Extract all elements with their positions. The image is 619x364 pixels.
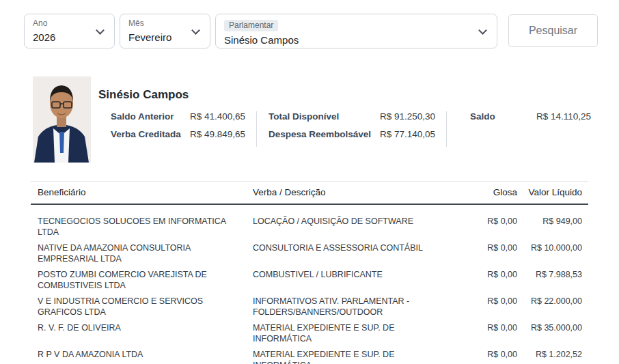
row-valor: R$ 1.202,52 xyxy=(517,350,588,364)
total-disponivel-value: R$ 91.250,30 xyxy=(378,111,435,122)
row-verba: COMBUSTIVEL / LUBRIFICANTE xyxy=(253,270,444,291)
saldo-label: Saldo xyxy=(470,111,499,122)
row-valor: R$ 7.988,53 xyxy=(517,270,588,291)
month-select[interactable]: Mês Fevereiro xyxy=(120,14,210,48)
parliamentarian-photo xyxy=(33,76,91,163)
chevron-down-icon xyxy=(96,26,105,35)
row-beneficiario: POSTO ZUMBI COMERCIO VAREJISTA DE COMBUS… xyxy=(31,270,253,291)
row-glosa: R$ 0,00 xyxy=(444,323,517,344)
despesa-reembolsavel-value: R$ 77.140,05 xyxy=(378,129,435,139)
table-header-row: Beneficiário Verba / Descrição Glosa Val… xyxy=(31,181,588,205)
row-glosa: R$ 0,00 xyxy=(444,350,517,364)
row-beneficiario: NATIVE DA AMAZONIA CONSULTORIA EMPRESARI… xyxy=(31,243,253,264)
header-glosa: Glosa xyxy=(444,187,517,197)
row-valor: R$ 10.000,00 xyxy=(517,243,588,264)
profile-section: Sinésio Campos Saldo Anterior R$ 41.400,… xyxy=(33,76,619,163)
row-valor: R$ 22.000,00 xyxy=(517,296,588,318)
row-glosa: R$ 0,00 xyxy=(444,270,517,291)
parliamentarian-select-label: Parlamentar xyxy=(224,20,278,31)
table-body: TECNEGOCIOS SOLUCOES EM INFORMATICA LTDA… xyxy=(31,214,588,364)
filter-bar: Ano 2026 Mês Fevereiro Parlamentar Sinés… xyxy=(24,14,619,48)
row-verba: MATERIAL EXPEDIENTE E SUP. DE INFORMÁTIC… xyxy=(253,323,444,344)
row-verba: CONSULTORIA E ASSESSORIA CONTÁBIL xyxy=(253,243,444,264)
year-select[interactable]: Ano 2026 xyxy=(24,14,115,48)
row-verba: MATERIAL EXPEDIENTE E SUP. DE INFORMÁTIC… xyxy=(253,350,444,364)
row-beneficiario: R. V. F. DE OLIVEIRA xyxy=(31,323,253,344)
row-valor: R$ 949,00 xyxy=(517,216,588,238)
despesa-reembolsavel-label: Despesa Reembolsável xyxy=(269,129,378,139)
chevron-down-icon xyxy=(478,26,487,35)
row-beneficiario: R P V DA AMAZONIA LTDA xyxy=(31,350,253,364)
table-row: V E INDUSTRIA COMERCIO E SERVICOS GRAFIC… xyxy=(31,294,588,320)
divider xyxy=(446,111,447,147)
parliamentarian-select[interactable]: Parlamentar Sinésio Campos xyxy=(215,14,497,48)
header-valor-liquido: Valor Líquido xyxy=(517,187,588,197)
divider xyxy=(256,111,257,147)
row-glosa: R$ 0,00 xyxy=(444,243,517,264)
header-beneficiario: Beneficiário xyxy=(31,187,253,197)
table-row: TECNEGOCIOS SOLUCOES EM INFORMATICA LTDA… xyxy=(31,214,588,240)
row-glosa: R$ 0,00 xyxy=(444,216,517,238)
total-disponivel-label: Total Disponível xyxy=(269,111,378,122)
parliamentarian-select-value: Sinésio Campos xyxy=(224,33,476,47)
row-glosa: R$ 0,00 xyxy=(444,296,517,318)
table-row: R. V. F. DE OLIVEIRA MATERIAL EXPEDIENTE… xyxy=(31,320,588,347)
verba-creditada-label: Verba Creditada xyxy=(111,129,187,139)
search-button[interactable]: Pesquisar xyxy=(508,14,598,47)
row-verba: INFORMATIVOS ATIV. PARLAMENTAR - FOLDERS… xyxy=(253,296,444,318)
table-row: NATIVE DA AMAZONIA CONSULTORIA EMPRESARI… xyxy=(31,240,588,267)
header-verba-descricao: Verba / Descrição xyxy=(253,187,444,197)
row-beneficiario: TECNEGOCIOS SOLUCOES EM INFORMATICA LTDA xyxy=(31,216,253,238)
expense-table: Beneficiário Verba / Descrição Glosa Val… xyxy=(31,181,588,364)
financial-summary: Saldo Anterior R$ 41.400,65 Verba Credit… xyxy=(111,111,619,147)
saldo-value: R$ 14.110,25 xyxy=(519,111,591,122)
verba-creditada-value: R$ 49.849,65 xyxy=(187,129,245,139)
year-select-value: 2026 xyxy=(33,31,94,44)
table-row: POSTO ZUMBI COMERCIO VAREJISTA DE COMBUS… xyxy=(31,267,588,294)
saldo-anterior-label: Saldo Anterior xyxy=(111,111,187,122)
row-beneficiario: V E INDUSTRIA COMERCIO E SERVICOS GRAFIC… xyxy=(31,296,253,318)
parliamentarian-name: Sinésio Campos xyxy=(98,88,619,102)
year-select-label: Ano xyxy=(33,18,94,29)
row-verba: LOCAÇÃO / AQUISIÇÃO DE SOFTWARE xyxy=(253,216,444,238)
table-row: R P V DA AMAZONIA LTDA MATERIAL EXPEDIEN… xyxy=(31,347,588,364)
month-select-label: Mês xyxy=(128,18,189,29)
row-valor: R$ 35.000,00 xyxy=(517,323,588,344)
chevron-down-icon xyxy=(191,26,200,35)
month-select-value: Fevereiro xyxy=(128,31,189,44)
saldo-anterior-value: R$ 41.400,65 xyxy=(187,111,245,122)
